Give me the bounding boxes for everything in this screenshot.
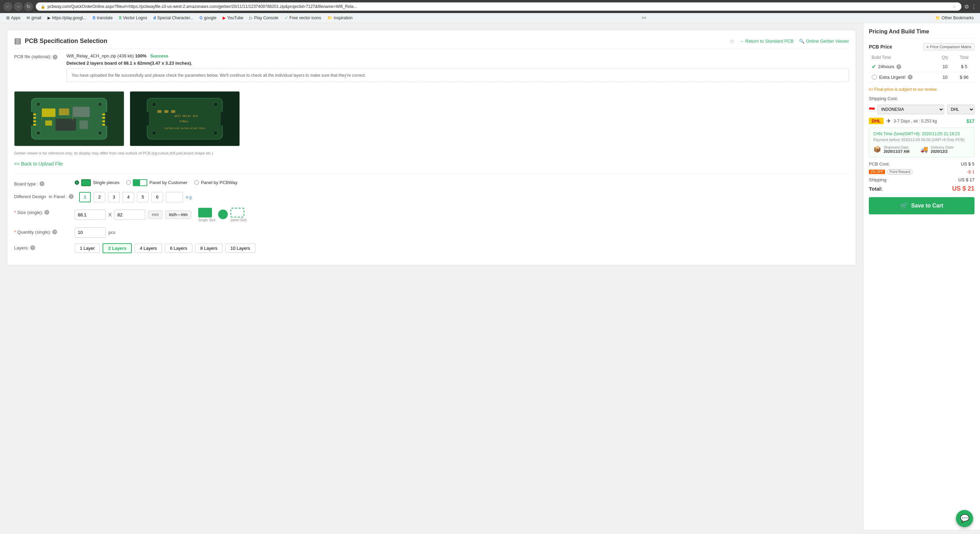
price-comparison-btn[interactable]: ≡ Price Comparison Matrix: [923, 43, 975, 50]
size-help-icon[interactable]: ?: [45, 210, 49, 215]
board-type-panel-customer-radio[interactable]: [126, 180, 131, 185]
design-3-btn[interactable]: 3: [108, 192, 120, 202]
design-custom-input[interactable]: [166, 192, 183, 202]
inspiration-icon: 📁: [327, 16, 332, 20]
bookmark-google[interactable]: G google: [197, 14, 219, 21]
svg-point-29: [213, 131, 218, 135]
bookmark-apps[interactable]: ⊞ Apps: [3, 14, 23, 21]
bookmark-vector-logos[interactable]: S Vector Logos: [116, 14, 150, 21]
return-link[interactable]: ← Return to Standard PCB: [740, 38, 794, 44]
bookmark-translate[interactable]: B translate: [90, 14, 116, 21]
back-button[interactable]: ←: [3, 2, 13, 11]
layer-2-btn[interactable]: 2 Layers: [103, 243, 132, 253]
different-design-controls: 1 2 3 4 5 6 e.g.: [79, 192, 193, 202]
board-type-row: Board type : ? Single pieces: [14, 179, 849, 186]
shipment-label: Shipment Date: [884, 145, 910, 149]
pcb-back-svg: WIFI RELAY 4CH PCBWay CAUTION HIGH VOLTA…: [130, 91, 240, 146]
24h-help-icon[interactable]: ?: [896, 64, 901, 69]
bookmark-google-play[interactable]: ▶ https://play.googl...: [45, 14, 89, 21]
bookmarks-more[interactable]: >>: [640, 14, 648, 21]
carrier-select[interactable]: DHL FedEx: [947, 105, 975, 114]
forward-button[interactable]: →: [14, 2, 23, 11]
bookmark-gmail[interactable]: ✉ gmail: [24, 14, 44, 21]
build-urgent-row: Extra Urgent! ? 10 $ 96: [869, 72, 975, 82]
layer-8-btn[interactable]: 8 Layers: [195, 243, 223, 253]
urgent-help-icon[interactable]: ?: [908, 75, 913, 79]
layer-4-btn[interactable]: 4 Layers: [135, 243, 162, 253]
bookmark-special-chars[interactable]: d Special Character...: [151, 14, 196, 21]
chat-icon: 💬: [960, 514, 969, 523]
menu-button[interactable]: ⋮: [971, 3, 977, 10]
quantity-input[interactable]: [75, 227, 106, 238]
upload-notice: You have uploaded the file successfully …: [67, 68, 849, 82]
design-2-btn[interactable]: 2: [94, 192, 105, 202]
radio-empty-icon: ○: [730, 37, 734, 45]
bookmark-play-console[interactable]: ▷ Play Console: [247, 14, 281, 21]
svg-rect-16: [33, 114, 36, 115]
qty-help-icon[interactable]: ?: [52, 229, 57, 234]
check-24h-icon: ✔: [872, 63, 876, 70]
svg-point-3: [98, 102, 102, 106]
layers-help-icon[interactable]: ?: [30, 245, 35, 250]
file-help-icon[interactable]: ?: [52, 55, 57, 60]
panel-size-group: [218, 210, 228, 220]
design-help-icon[interactable]: ?: [69, 194, 74, 199]
discount-badges: 2% OFF Point Reward: [869, 169, 913, 175]
star-icon[interactable]: ☆: [952, 4, 956, 9]
eg-link[interactable]: e.g.: [186, 195, 193, 200]
nav-buttons: ← → ↻: [3, 2, 33, 11]
delivery-date-item: 🚚 Delivery Date 2020/12/2: [921, 145, 953, 153]
svg-point-2: [37, 102, 41, 106]
back-to-upload-link[interactable]: << Back to Upload File: [14, 161, 849, 167]
convert-btn[interactable]: inch↔mm: [165, 211, 191, 219]
board-type-single-radio[interactable]: [75, 180, 79, 185]
layer-10-btn[interactable]: 10 Layers: [225, 243, 255, 253]
svg-rect-17: [33, 117, 36, 119]
different-design-row: Different Designin Panel : ? 1 2 3 4 5 6…: [14, 192, 849, 202]
youtube-icon: ▶: [223, 16, 226, 20]
svg-point-5: [98, 131, 102, 135]
size-width-input[interactable]: [75, 210, 106, 220]
chat-bubble[interactable]: 💬: [956, 510, 973, 527]
address-bar[interactable]: 🔒 pcbway.com/QuickOrderOnline.aspx?fileu…: [36, 2, 961, 11]
different-design-label: Different Designin Panel : ?: [14, 192, 74, 199]
country-select[interactable]: INDONESIA: [877, 105, 944, 114]
bookmark-other[interactable]: 📁 Other Bookmarks: [932, 14, 977, 21]
shipping-select-row: 🇮🇩 INDONESIA DHL FedEx: [869, 105, 975, 114]
page-content: ▤ PCB Specification Selection ○ ← Return…: [0, 23, 980, 529]
save-to-cart-btn[interactable]: 🛒 Save to Cart: [869, 197, 975, 215]
layer-1-btn[interactable]: 1 Layer: [75, 243, 100, 253]
board-type-single[interactable]: Single pieces: [75, 179, 119, 186]
qty-header: Qty: [936, 54, 954, 61]
size-height-input[interactable]: [114, 210, 145, 220]
design-1-btn[interactable]: 1: [79, 192, 91, 202]
design-4-btn[interactable]: 4: [123, 192, 134, 202]
board-type-panel-customer[interactable]: Panel by Customer: [126, 179, 188, 186]
bookmark-free-vectors[interactable]: ✓ Free vector icons: [282, 14, 324, 21]
extensions-button[interactable]: ⚙: [964, 3, 969, 10]
bookmark-youtube[interactable]: ▶ YouTube: [220, 14, 246, 21]
radio-urgent-icon[interactable]: [872, 74, 877, 80]
board-type-help-icon[interactable]: ?: [40, 181, 45, 186]
single-size-group: Single Size: [198, 208, 215, 222]
design-6-btn[interactable]: 6: [151, 192, 163, 202]
play-icon: ▶: [48, 16, 51, 20]
refresh-button[interactable]: ↻: [24, 2, 33, 11]
layer-6-btn[interactable]: 6 Layers: [165, 243, 192, 253]
total-value: US $ 21: [952, 185, 975, 192]
board-type-panel-pcbway-radio[interactable]: [194, 180, 199, 185]
bookmark-inspiration[interactable]: 📁 inspiration: [325, 14, 355, 21]
pcb-disclaimer: Gerber viewer is for reference only, its…: [14, 150, 849, 156]
svg-rect-22: [102, 121, 105, 122]
svg-point-27: [213, 102, 218, 106]
china-time: CHN Time Zone(GMT+8): 2020/11/25 21:18:2…: [873, 132, 970, 136]
single-size-label: Single Size: [198, 218, 215, 222]
spec-card: ▤ PCB Specification Selection ○ ← Return…: [7, 30, 856, 265]
spec-header: ▤ PCB Specification Selection ○ ← Return…: [14, 37, 849, 49]
board-type-panel-pcbway[interactable]: Panel by PCBWay: [194, 180, 237, 185]
pcb-front-svg: [14, 91, 124, 146]
build-urgent-label: Extra Urgent!: [879, 75, 906, 80]
size-row: * Size (single): ? X mm inch↔mm: [14, 208, 849, 222]
gerber-viewer-link[interactable]: 🔍 Online Gerber Viewer: [799, 38, 849, 44]
design-5-btn[interactable]: 5: [137, 192, 149, 202]
